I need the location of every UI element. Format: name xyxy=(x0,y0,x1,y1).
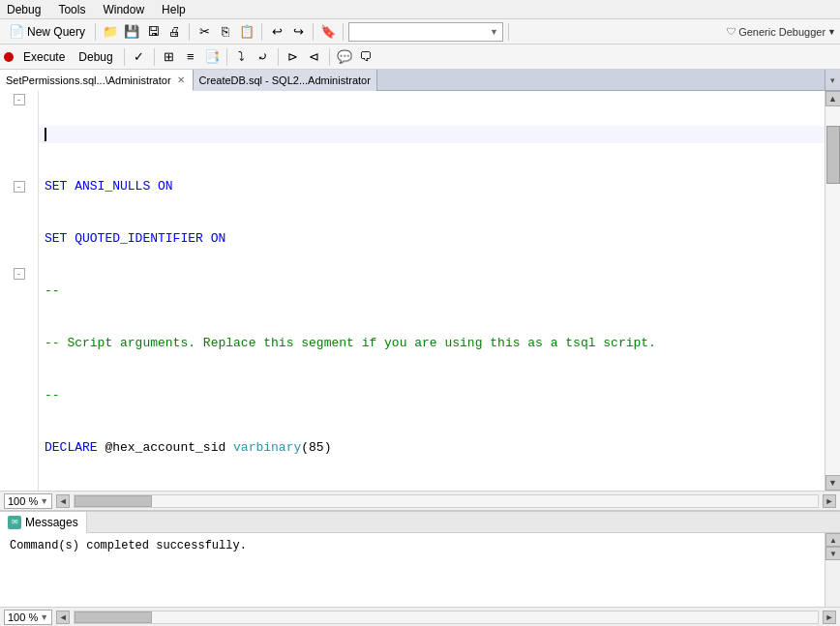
zoom-arrow-icon: ▼ xyxy=(40,496,48,506)
bottom-horizontal-scroll-track[interactable] xyxy=(74,611,819,624)
separator-2 xyxy=(189,23,190,41)
scroll-up-button[interactable]: ▲ xyxy=(825,91,841,106)
tab-label-setpermissions: SetPermissions.sql...\Administrator xyxy=(6,75,171,86)
horizontal-scroll-track[interactable] xyxy=(74,494,819,508)
save-all-button[interactable]: 🖫 xyxy=(143,22,163,42)
scroll-thumb[interactable] xyxy=(826,126,840,184)
toolbar-main: 📄 New Query 📁 💾 🖫 🖨 ✂ ⎘ 📋 ↩ ↪ 🔖 ▼ 🛡 Gene… xyxy=(0,19,840,45)
copy-button[interactable]: ⎘ xyxy=(216,22,235,42)
separator-exec-1 xyxy=(124,48,125,66)
open-file-button[interactable]: 📁 xyxy=(101,22,120,42)
messages-text: Command(s) completed successfully. xyxy=(10,539,247,552)
scroll-left-button[interactable]: ◄ xyxy=(56,494,70,508)
collapse-btn-3[interactable]: - xyxy=(14,268,25,280)
tab-nav-button[interactable]: ▾ xyxy=(825,70,840,90)
bottom-zoom-level: 100 % xyxy=(8,611,38,623)
code-gutter: - - - xyxy=(0,91,39,491)
collapse-btn-1[interactable]: - xyxy=(14,94,25,105)
new-query-label: New Query xyxy=(27,25,85,39)
code-line-cursor xyxy=(39,126,825,143)
results-button[interactable]: ⊞ xyxy=(160,47,179,67)
execute-toolbar: Execute Debug ✓ ⊞ ≡ 📑 ⤵ ⤾ ⊳ ⊲ 💬 🗨 xyxy=(0,45,840,70)
parse-button[interactable]: ✓ xyxy=(130,47,149,67)
messages-icon: ✉ xyxy=(8,516,21,529)
separator-3 xyxy=(261,23,262,41)
code-line-2: SET QUOTED_IDENTIFIER ON xyxy=(39,230,825,248)
redo-button[interactable]: ↪ xyxy=(288,22,308,42)
scroll-down-button[interactable]: ▼ xyxy=(825,475,841,491)
separator-6 xyxy=(508,23,509,41)
code-line-5: -- xyxy=(39,387,825,404)
bottom-zoom-dropdown[interactable]: 100 % ▼ xyxy=(4,610,52,625)
tab-label-createdb: CreateDB.sql - SQL2...Administrator xyxy=(199,75,371,86)
msg-scroll-down[interactable]: ▼ xyxy=(825,547,840,560)
messages-scrollbar[interactable]: ▲ ▼ xyxy=(825,533,840,607)
messages-panel: ✉ Messages Command(s) completed successf… xyxy=(0,510,840,626)
undo-button[interactable]: ↩ xyxy=(267,22,286,42)
new-query-icon: 📄 xyxy=(9,24,24,39)
scroll-track[interactable] xyxy=(825,106,841,475)
dropdown-arrow-icon: ▼ xyxy=(490,27,498,37)
save-button[interactable]: 💾 xyxy=(122,22,141,42)
new-query-button[interactable]: 📄 New Query xyxy=(4,22,90,41)
bottom-scroll-left-button[interactable]: ◄ xyxy=(56,611,70,624)
indent-button[interactable]: ⊳ xyxy=(284,47,303,67)
bottom-horizontal-scroll-thumb[interactable] xyxy=(75,611,152,623)
collapse-btn-2[interactable]: - xyxy=(14,181,25,193)
comment-button[interactable]: 💬 xyxy=(335,47,354,67)
zoom-dropdown[interactable]: 100 % ▼ xyxy=(4,493,52,509)
menu-tools[interactable]: Tools xyxy=(55,3,88,16)
menu-help[interactable]: Help xyxy=(159,3,189,16)
debugger-label-text: Generic Debugger xyxy=(738,26,825,38)
connection-dropdown[interactable]: ▼ xyxy=(348,22,503,42)
separator-exec-5 xyxy=(329,48,330,66)
editor-area: - - - SET ANSI_NULLS ON SET QUOTED_IDENT… xyxy=(0,91,840,491)
debug-button[interactable]: Debug xyxy=(73,46,118,68)
separator-4 xyxy=(313,23,314,41)
debugger-label: 🛡 Generic Debugger ▼ xyxy=(727,26,836,38)
separator-5 xyxy=(343,23,344,41)
code-editor[interactable]: SET ANSI_NULLS ON SET QUOTED_IDENTIFIER … xyxy=(39,91,825,491)
debug-shield-icon: 🛡 xyxy=(727,26,736,37)
horizontal-scroll-thumb[interactable] xyxy=(75,495,152,507)
tab-createdb[interactable]: CreateDB.sql - SQL2...Administrator xyxy=(194,70,377,91)
menu-bar: Debug Tools Window Help xyxy=(0,0,840,19)
execute-label: Execute xyxy=(23,50,65,64)
separator-1 xyxy=(95,23,96,41)
bottom-scroll-right-button[interactable]: ► xyxy=(823,611,836,624)
editor-vertical-scrollbar[interactable]: ▲ ▼ xyxy=(825,91,840,491)
bottom-zoom-bar: 100 % ▼ ◄ ► xyxy=(0,607,840,626)
separator-exec-4 xyxy=(278,48,279,66)
msg-scroll-up[interactable]: ▲ xyxy=(825,533,840,547)
debugger-dropdown-icon[interactable]: ▼ xyxy=(827,27,836,37)
outdent-button[interactable]: ⊲ xyxy=(305,47,324,67)
messages-tab[interactable]: ✉ Messages xyxy=(0,512,87,533)
tab-bar: SetPermissions.sql...\Administrator ✕ Cr… xyxy=(0,70,840,91)
execute-button[interactable]: Execute xyxy=(17,46,71,68)
scroll-right-button[interactable]: ► xyxy=(823,494,836,508)
menu-window[interactable]: Window xyxy=(100,3,147,16)
print-button[interactable]: 🖨 xyxy=(165,22,184,42)
code-line-3: -- xyxy=(39,283,825,300)
tab-setpermissions[interactable]: SetPermissions.sql...\Administrator ✕ xyxy=(0,70,194,91)
separator-exec-2 xyxy=(154,48,155,66)
zoom-bar: 100 % ▼ ◄ ► xyxy=(0,491,840,510)
zoom-level: 100 % xyxy=(8,495,38,507)
debug-label: Debug xyxy=(78,50,112,64)
menu-debug[interactable]: Debug xyxy=(4,3,44,16)
messages-tab-bar: ✉ Messages xyxy=(0,512,840,533)
messages-tab-label: Messages xyxy=(25,516,78,529)
step-in-button[interactable]: ⤵ xyxy=(232,47,252,67)
stop-icon xyxy=(4,52,14,62)
code-line-6: DECLARE @hex_account_sid varbinary(85) xyxy=(39,439,825,457)
paste-button[interactable]: 📋 xyxy=(237,22,256,42)
code-line-1: SET ANSI_NULLS ON xyxy=(39,178,825,195)
results-file-button[interactable]: 📑 xyxy=(202,47,222,67)
cut-button[interactable]: ✂ xyxy=(195,22,214,42)
code-line-4: -- Script arguments. Replace this segmen… xyxy=(39,335,825,352)
step-over-button[interactable]: ⤾ xyxy=(254,47,273,67)
bookmark-button[interactable]: 🔖 xyxy=(318,22,338,42)
uncomment-button[interactable]: 🗨 xyxy=(356,47,375,67)
results-text-button[interactable]: ≡ xyxy=(181,47,200,67)
tab-close-setpermissions[interactable]: ✕ xyxy=(175,75,187,85)
